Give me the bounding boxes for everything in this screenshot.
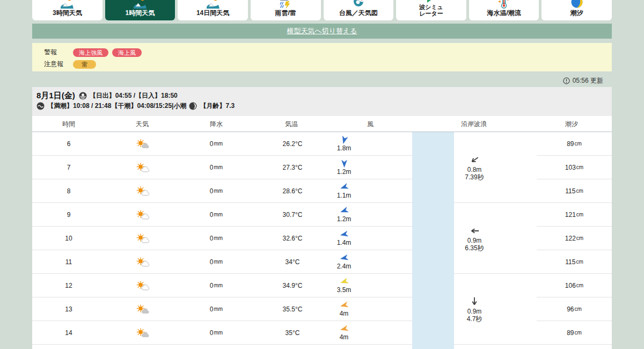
hour-cell: 10 [32,235,105,242]
tab-wave-sim[interactable]: 波シミュ レーター [396,0,466,20]
advisory-label: 注意報 [44,60,64,69]
rain-lightning-icon [279,0,292,9]
tab-label-line2: レーター [419,11,443,17]
table-row: 9 0mm 30.7°C 1.2m [32,203,412,227]
wind-cell: 4m [332,301,412,317]
tab-label: 波シミュ [419,4,443,11]
alert-box: 警報 海上強風海上風 注意報 雷 [32,43,612,71]
wind-cell: 1.1m [332,183,412,199]
wind-speed: 3.5m [337,286,352,294]
temp-cell: 34.9°C [253,282,332,289]
table-row: 11 0mm 34°C 2.4m [32,250,412,274]
wind-direction-arrow [339,229,349,239]
tab-rain-radar[interactable]: 雨雲/雷 [251,0,321,20]
tab-label: 3時間天気 [53,10,82,17]
temp-cell: 26.2°C [253,140,332,148]
tab-label: 台風／天気図 [339,10,378,17]
col-header-weather: 天気 [136,119,149,128]
wind-direction-arrow [339,205,349,215]
weather-scene-icon [133,0,147,9]
table-row: 13 0mm 35.5°C 4m [32,297,412,321]
date-header: 8月1日(金) 【日出】04:55 /【日入】18:50 【満潮】10:08 /… [32,87,612,116]
col-header-time: 時間 [62,119,75,128]
wave-period: 6.35秒 [465,244,484,252]
wind-speed: 1.8m [337,144,352,152]
tab-tide[interactable]: 潮汐 [541,0,612,20]
wind-speed: 1.2m [337,215,352,223]
temp-cell: 32.6°C [253,235,332,242]
hour-cell: 7 [32,164,105,171]
tab-3h-weather[interactable]: 3時間天気 [32,0,103,20]
update-alert-icon [563,77,570,84]
table-row: 14 0mm 35°C 4m [32,321,412,345]
wind-speed: 1.4m [337,239,352,246]
sun-cloud-gray-icon [105,328,179,338]
hour-cell: 6 [32,140,105,148]
tide-cell: 121cm [537,203,612,227]
sun-cloud-white-icon [105,210,179,220]
tab-1h-weather[interactable]: 1時間天気 [105,0,175,20]
sunrise-sunset-text: 【日出】04:55 /【日入】18:50 [90,91,178,100]
temp-cell: 35°C [253,329,332,337]
sun-cloud-gray-icon [105,304,179,314]
wind-cell: 1.2m [332,207,412,223]
sun-cloud-white-icon [105,186,179,196]
sun-cloud-white-icon [105,257,179,267]
wave-height: 0.9m [467,308,482,315]
coastal-wave-column: 0.8m 7.39秒 0.9m 6.35秒 0.9m 4.7秒 [412,132,537,345]
typhoon-icon [352,0,365,9]
wind-direction-arrow [339,253,349,263]
warning-badge: 海上強風 [73,48,108,57]
sun-cloud-white-icon [105,163,179,172]
tide-cell: 115cm [537,179,612,203]
hour-cell: 9 [32,211,105,219]
precip-cell: 0mm [179,187,253,195]
wind-speed: 1.1m [337,192,352,199]
precip-cell: 0mm [179,258,253,266]
hour-cell: 14 [32,329,105,337]
precip-cell: 0mm [179,329,253,337]
update-time-text: 05:56 更新 [573,76,603,85]
wind-direction-arrow [339,277,349,287]
date-line-tide: 【満潮】10:08 / 21:48【干潮】04:08/15:25|小潮 【月齢】… [36,101,612,111]
weather-tab-bar: 3時間天気 1時間天気 14日間天気 雨雲/雷 台風／天気図 波シミュ レーター… [32,0,612,20]
temp-cell: 28.6°C [253,187,332,195]
wind-cell: 2.4m [332,254,412,270]
col-header-waves: 沿岸波浪 [461,119,487,128]
tab-label: 潮汐 [570,10,583,17]
switch-layout-link[interactable]: 横型天気へ切り替える [287,26,357,36]
tide-moon-icon [570,0,584,9]
tab-label: 雨雲/雷 [275,10,296,17]
tide-cell: 96cm [537,297,612,321]
sun-cloud-gray-icon [105,139,179,149]
temp-cell: 34°C [253,258,332,266]
precip-cell: 0mm [179,282,253,289]
hour-cell: 11 [32,258,105,266]
tide-cell: 115cm [537,250,612,274]
precip-cell: 0mm [179,211,253,219]
date-line-sun: 8月1日(金) 【日出】04:55 /【日入】18:50 [36,91,612,101]
wind-speed: 4m [340,333,349,341]
wind-speed: 1.2m [337,168,352,176]
tide-cell: 106cm [537,274,612,297]
wave-cell: 0.9m 4.7秒 [412,274,537,345]
col-header-wind: 風 [367,119,374,128]
wind-direction-arrow [339,135,349,144]
tab-sea-temp[interactable]: 海水温/潮流 [469,0,539,20]
table-row: 12 0mm 34.9°C 3.5m [32,274,412,297]
temp-cell: 27.3°C [253,164,332,171]
switch-banner: 横型天気へ切り替える [32,24,612,39]
table-row: 6 0mm 26.2°C 1.8m [32,132,412,156]
wave-sim-icon [424,0,438,4]
col-header-tide: 潮汐 [565,119,578,128]
precip-cell: 0mm [179,235,253,242]
wind-direction-arrow [340,159,348,168]
moon-icon [189,102,197,110]
precip-cell: 0mm [179,140,253,148]
sun-cloud-white-icon [105,234,179,243]
sea-temp-icon [497,0,511,9]
tab-14d-weather[interactable]: 14日間天気 [178,0,248,20]
tide-times-text: 【満潮】10:08 / 21:48【干潮】04:08/15:25|小潮 [47,101,186,111]
tide-column: 89cm103cm115cm121cm122cm115cm106cm96cm89… [537,132,612,345]
tab-typhoon-map[interactable]: 台風／天気図 [324,0,394,20]
